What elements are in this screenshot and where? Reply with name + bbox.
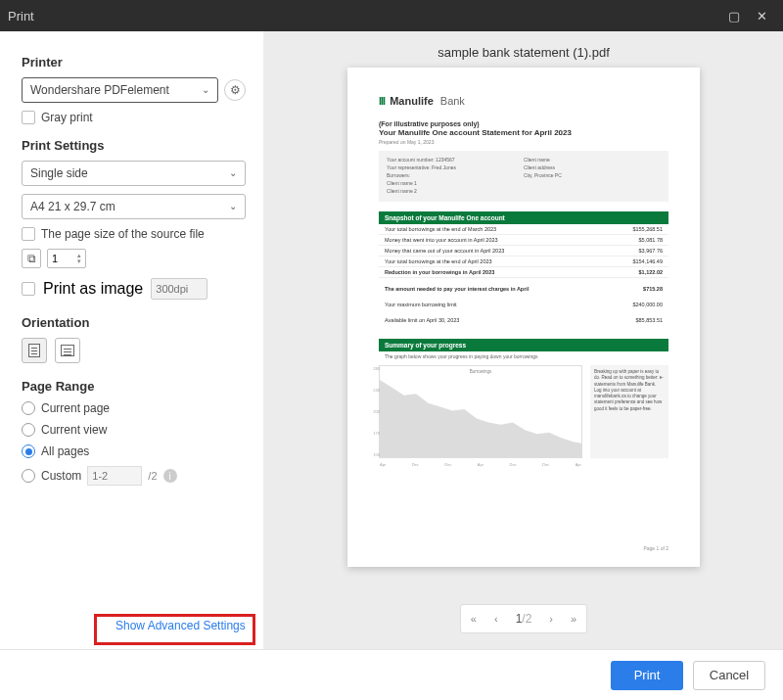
- preview-chart: 280 240 200 170 150 Borrowings Apr Dec D…: [379, 365, 582, 458]
- spinner-arrows-icon[interactable]: ▴▾: [77, 253, 81, 264]
- orientation-portrait-button[interactable]: [22, 338, 47, 363]
- window-maximize-icon[interactable]: ▢: [720, 9, 748, 23]
- range-total: /2: [148, 470, 157, 482]
- show-advanced-settings-link[interactable]: Show Advanced Settings: [102, 611, 259, 640]
- info-icon[interactable]: i: [163, 469, 177, 483]
- print-options-panel: Printer Wondershare PDFelement ⌄ ⚙ Gray …: [0, 31, 264, 649]
- printer-select[interactable]: Wondershare PDFelement ⌄: [22, 77, 218, 103]
- preview-progress-header: Summary of your progress: [379, 339, 668, 351]
- paper-value: A4 21 x 29.7 cm: [30, 195, 115, 218]
- chevron-down-icon: ⌄: [229, 195, 237, 218]
- print-as-image-label: Print as image: [43, 280, 143, 298]
- preview-illustrative: (For illustrative purposes only): [379, 120, 668, 127]
- preview-pager: « ‹ 1/2 › »: [264, 590, 783, 649]
- source-size-checkbox[interactable]: [22, 227, 35, 241]
- pager-next-icon[interactable]: ›: [549, 613, 553, 625]
- preview-statement-title: Your Manulife One account Statement for …: [379, 128, 668, 137]
- gray-print-label: Gray print: [41, 111, 93, 124]
- print-as-image-checkbox[interactable]: [22, 282, 35, 296]
- window-title: Print: [8, 9, 34, 23]
- chevron-down-icon: ⌄: [202, 78, 209, 102]
- pager-prev-icon[interactable]: ‹: [494, 613, 498, 625]
- print-button[interactable]: Print: [611, 661, 683, 690]
- printer-section-label: Printer: [22, 55, 246, 70]
- page-range-current-page[interactable]: Current page: [22, 401, 246, 415]
- page-range-all-pages[interactable]: All pages: [22, 444, 246, 458]
- brand-logo-icon: III: [379, 95, 385, 107]
- page-range-custom[interactable]: Custom /2 i: [22, 466, 246, 486]
- gear-icon: ⚙: [230, 83, 241, 97]
- orientation-landscape-button[interactable]: [55, 338, 80, 363]
- preview-account-box: Your account number: 1234567 Your repres…: [379, 151, 668, 202]
- paper-size-select[interactable]: A4 21 x 29.7 cm ⌄: [22, 194, 246, 219]
- preview-page: III Manulife Bank (For illustrative purp…: [347, 68, 700, 567]
- preview-page-number: Page 1 of 2: [643, 545, 668, 551]
- copies-icon[interactable]: ⧉: [22, 249, 41, 268]
- preview-note: Breaking up with paper is easy to do. Re…: [590, 365, 668, 458]
- sides-select[interactable]: Single side ⌄: [22, 161, 246, 186]
- printer-selected: Wondershare PDFelement: [30, 78, 169, 102]
- dpi-input[interactable]: [151, 278, 207, 300]
- cancel-button[interactable]: Cancel: [693, 661, 765, 690]
- preview-panel: sample bank statement (1).pdf III Manuli…: [264, 31, 783, 649]
- dialog-footer: Print Cancel: [0, 649, 783, 700]
- printer-settings-button[interactable]: ⚙: [224, 79, 246, 101]
- landscape-icon: [61, 345, 74, 356]
- pager-page-indicator: 1/2: [516, 612, 532, 626]
- titlebar: Print ▢ ✕: [0, 0, 783, 31]
- sides-value: Single side: [30, 162, 88, 185]
- preview-filename: sample bank statement (1).pdf: [264, 31, 783, 68]
- pager-first-icon[interactable]: «: [471, 613, 477, 625]
- chevron-down-icon: ⌄: [229, 162, 237, 185]
- window-close-icon[interactable]: ✕: [748, 9, 775, 23]
- orientation-label: Orientation: [22, 315, 246, 330]
- preview-prepared: Prepared on May 1, 2023: [379, 139, 668, 145]
- preview-snapshot-header: Snapshot of your Manulife One account: [379, 211, 668, 224]
- copies-value: 1: [52, 253, 58, 264]
- portrait-icon: [28, 344, 40, 357]
- preview-progress-sub: The graph below shows your progress in p…: [379, 351, 668, 361]
- page-range-current-view[interactable]: Current view: [22, 423, 246, 437]
- print-settings-label: Print Settings: [22, 138, 246, 153]
- page-range-label: Page Range: [22, 379, 246, 394]
- gray-print-checkbox[interactable]: [22, 111, 35, 124]
- source-size-label: The page size of the source file: [41, 227, 205, 241]
- custom-range-input[interactable]: [87, 466, 142, 486]
- copies-input[interactable]: 1 ▴▾: [47, 249, 86, 268]
- pager-last-icon[interactable]: »: [571, 613, 576, 625]
